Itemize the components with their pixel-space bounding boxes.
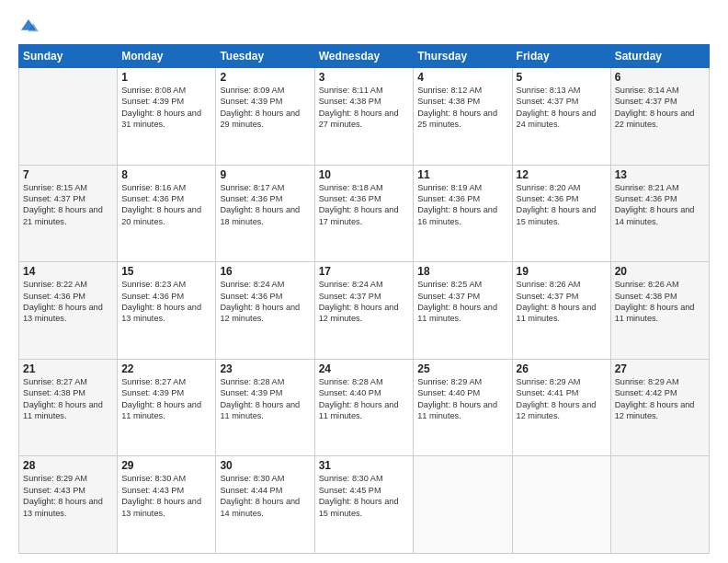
day-number: 30 <box>220 459 310 472</box>
day-number: 31 <box>319 459 410 472</box>
day-info: Sunrise: 8:18 AM Sunset: 4:36 PM Dayligh… <box>319 182 410 228</box>
calendar-cell: 2Sunrise: 8:09 AM Sunset: 4:39 PM Daylig… <box>216 68 314 166</box>
calendar-cell: 14Sunrise: 8:22 AM Sunset: 4:36 PM Dayli… <box>19 262 118 360</box>
calendar-cell: 12Sunrise: 8:20 AM Sunset: 4:36 PM Dayli… <box>512 165 610 262</box>
day-number: 25 <box>417 362 507 375</box>
day-info: Sunrise: 8:30 AM Sunset: 4:43 PM Dayligh… <box>121 473 211 519</box>
day-info: Sunrise: 8:26 AM Sunset: 4:38 PM Dayligh… <box>615 279 705 325</box>
day-number: 11 <box>417 168 507 181</box>
day-info: Sunrise: 8:14 AM Sunset: 4:37 PM Dayligh… <box>615 85 705 131</box>
calendar-cell: 13Sunrise: 8:21 AM Sunset: 4:36 PM Dayli… <box>610 165 709 262</box>
day-info: Sunrise: 8:13 AM Sunset: 4:37 PM Dayligh… <box>517 85 607 131</box>
calendar-cell: 15Sunrise: 8:23 AM Sunset: 4:36 PM Dayli… <box>118 262 216 360</box>
calendar-cell: 22Sunrise: 8:27 AM Sunset: 4:39 PM Dayli… <box>118 359 216 456</box>
day-info: Sunrise: 8:25 AM Sunset: 4:37 PM Dayligh… <box>417 279 507 325</box>
logo <box>18 17 42 37</box>
day-info: Sunrise: 8:26 AM Sunset: 4:37 PM Dayligh… <box>517 279 607 325</box>
calendar-cell: 18Sunrise: 8:25 AM Sunset: 4:37 PM Dayli… <box>414 262 512 360</box>
calendar-cell: 5Sunrise: 8:13 AM Sunset: 4:37 PM Daylig… <box>512 68 610 166</box>
day-info: Sunrise: 8:28 AM Sunset: 4:39 PM Dayligh… <box>220 376 310 422</box>
calendar-cell: 25Sunrise: 8:29 AM Sunset: 4:40 PM Dayli… <box>414 359 512 456</box>
calendar-cell: 8Sunrise: 8:16 AM Sunset: 4:36 PM Daylig… <box>118 165 216 262</box>
day-info: Sunrise: 8:11 AM Sunset: 4:38 PM Dayligh… <box>319 85 410 131</box>
day-number: 7 <box>23 168 113 181</box>
calendar-cell: 1Sunrise: 8:08 AM Sunset: 4:39 PM Daylig… <box>118 68 216 166</box>
day-number: 9 <box>220 168 310 181</box>
calendar-week-row: 14Sunrise: 8:22 AM Sunset: 4:36 PM Dayli… <box>19 262 710 360</box>
day-info: Sunrise: 8:24 AM Sunset: 4:36 PM Dayligh… <box>220 279 310 325</box>
weekday-header: Tuesday <box>216 45 314 68</box>
logo-icon <box>18 17 39 37</box>
day-info: Sunrise: 8:21 AM Sunset: 4:36 PM Dayligh… <box>615 182 705 228</box>
day-number: 24 <box>319 362 410 375</box>
day-number: 1 <box>121 71 211 84</box>
day-info: Sunrise: 8:28 AM Sunset: 4:40 PM Dayligh… <box>319 376 410 422</box>
weekday-header: Friday <box>512 45 610 68</box>
day-number: 16 <box>220 265 310 278</box>
day-info: Sunrise: 8:20 AM Sunset: 4:36 PM Dayligh… <box>517 182 607 228</box>
calendar-cell <box>19 68 118 166</box>
day-info: Sunrise: 8:12 AM Sunset: 4:38 PM Dayligh… <box>417 85 507 131</box>
calendar-cell: 28Sunrise: 8:29 AM Sunset: 4:43 PM Dayli… <box>19 456 118 554</box>
day-info: Sunrise: 8:16 AM Sunset: 4:36 PM Dayligh… <box>121 182 211 228</box>
day-number: 20 <box>615 265 705 278</box>
weekday-header: Saturday <box>610 45 709 68</box>
calendar-cell <box>414 456 512 554</box>
calendar-cell: 6Sunrise: 8:14 AM Sunset: 4:37 PM Daylig… <box>610 68 709 166</box>
day-number: 2 <box>220 71 310 84</box>
calendar-cell: 20Sunrise: 8:26 AM Sunset: 4:38 PM Dayli… <box>610 262 709 360</box>
calendar-cell: 11Sunrise: 8:19 AM Sunset: 4:36 PM Dayli… <box>414 165 512 262</box>
calendar-cell: 9Sunrise: 8:17 AM Sunset: 4:36 PM Daylig… <box>216 165 314 262</box>
calendar-cell: 16Sunrise: 8:24 AM Sunset: 4:36 PM Dayli… <box>216 262 314 360</box>
calendar-week-row: 28Sunrise: 8:29 AM Sunset: 4:43 PM Dayli… <box>19 456 710 554</box>
day-number: 14 <box>23 265 113 278</box>
day-number: 23 <box>220 362 310 375</box>
day-info: Sunrise: 8:27 AM Sunset: 4:38 PM Dayligh… <box>23 376 113 422</box>
day-number: 6 <box>615 71 705 84</box>
calendar-cell: 31Sunrise: 8:30 AM Sunset: 4:45 PM Dayli… <box>314 456 414 554</box>
day-info: Sunrise: 8:19 AM Sunset: 4:36 PM Dayligh… <box>417 182 507 228</box>
calendar-cell: 3Sunrise: 8:11 AM Sunset: 4:38 PM Daylig… <box>314 68 414 166</box>
day-info: Sunrise: 8:30 AM Sunset: 4:44 PM Dayligh… <box>220 473 310 519</box>
calendar: SundayMondayTuesdayWednesdayThursdayFrid… <box>18 44 710 554</box>
calendar-week-row: 1Sunrise: 8:08 AM Sunset: 4:39 PM Daylig… <box>19 68 710 166</box>
day-number: 3 <box>319 71 410 84</box>
day-info: Sunrise: 8:29 AM Sunset: 4:42 PM Dayligh… <box>615 376 705 422</box>
weekday-header-row: SundayMondayTuesdayWednesdayThursdayFrid… <box>19 45 710 68</box>
day-number: 18 <box>417 265 507 278</box>
day-info: Sunrise: 8:29 AM Sunset: 4:43 PM Dayligh… <box>23 473 113 519</box>
day-info: Sunrise: 8:24 AM Sunset: 4:37 PM Dayligh… <box>319 279 410 325</box>
day-number: 8 <box>121 168 211 181</box>
weekday-header: Thursday <box>414 45 512 68</box>
calendar-cell <box>610 456 709 554</box>
day-info: Sunrise: 8:15 AM Sunset: 4:37 PM Dayligh… <box>23 182 113 228</box>
calendar-cell: 17Sunrise: 8:24 AM Sunset: 4:37 PM Dayli… <box>314 262 414 360</box>
day-info: Sunrise: 8:29 AM Sunset: 4:41 PM Dayligh… <box>517 376 607 422</box>
calendar-cell: 23Sunrise: 8:28 AM Sunset: 4:39 PM Dayli… <box>216 359 314 456</box>
day-number: 26 <box>517 362 607 375</box>
day-number: 5 <box>517 71 607 84</box>
calendar-cell: 7Sunrise: 8:15 AM Sunset: 4:37 PM Daylig… <box>19 165 118 262</box>
day-number: 12 <box>517 168 607 181</box>
calendar-cell: 4Sunrise: 8:12 AM Sunset: 4:38 PM Daylig… <box>414 68 512 166</box>
header <box>18 17 710 37</box>
calendar-cell <box>512 456 610 554</box>
page: SundayMondayTuesdayWednesdayThursdayFrid… <box>0 0 728 563</box>
day-number: 29 <box>121 459 211 472</box>
day-number: 27 <box>615 362 705 375</box>
weekday-header: Wednesday <box>314 45 414 68</box>
calendar-week-row: 7Sunrise: 8:15 AM Sunset: 4:37 PM Daylig… <box>19 165 710 262</box>
day-info: Sunrise: 8:08 AM Sunset: 4:39 PM Dayligh… <box>121 85 211 131</box>
calendar-cell: 27Sunrise: 8:29 AM Sunset: 4:42 PM Dayli… <box>610 359 709 456</box>
calendar-cell: 29Sunrise: 8:30 AM Sunset: 4:43 PM Dayli… <box>118 456 216 554</box>
day-info: Sunrise: 8:30 AM Sunset: 4:45 PM Dayligh… <box>319 473 410 519</box>
day-number: 13 <box>615 168 705 181</box>
calendar-cell: 21Sunrise: 8:27 AM Sunset: 4:38 PM Dayli… <box>19 359 118 456</box>
calendar-week-row: 21Sunrise: 8:27 AM Sunset: 4:38 PM Dayli… <box>19 359 710 456</box>
day-number: 21 <box>23 362 113 375</box>
day-info: Sunrise: 8:09 AM Sunset: 4:39 PM Dayligh… <box>220 85 310 131</box>
day-number: 15 <box>121 265 211 278</box>
day-number: 10 <box>319 168 410 181</box>
day-info: Sunrise: 8:27 AM Sunset: 4:39 PM Dayligh… <box>121 376 211 422</box>
calendar-cell: 19Sunrise: 8:26 AM Sunset: 4:37 PM Dayli… <box>512 262 610 360</box>
